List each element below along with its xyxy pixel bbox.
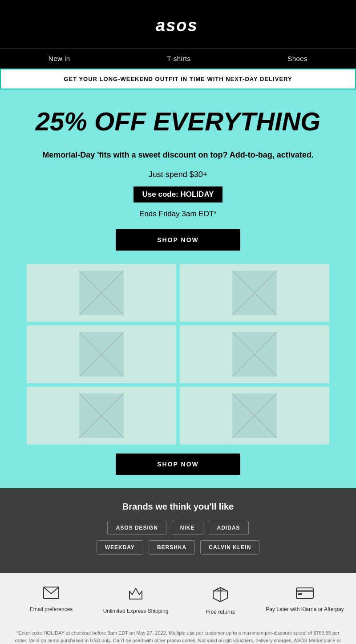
brand-weekday[interactable]: WEEKDAY [97, 540, 143, 555]
email-wrapper: asos New in T-shirts Shoes GET YOUR LONG… [0, 0, 356, 644]
delivery-banner[interactable]: GET YOUR LONG-WEEKEND OUTFIT IN TIME WIT… [0, 69, 356, 89]
email-header: asos New in T-shirts Shoes [0, 0, 356, 69]
footer-free-returns[interactable]: Free returns [178, 587, 263, 616]
brand-calvin-klein[interactable]: CALVIN KLEIN [200, 540, 259, 555]
footer-pay-later[interactable]: Pay Later with Klarna or Afterpay [263, 587, 347, 613]
shop-now-button-2[interactable]: SHOP NOW [116, 454, 240, 475]
footer-icons-row: Email preferences Unlimited Express Ship… [9, 587, 347, 616]
nav-tshirts[interactable]: T-shirts [167, 55, 190, 62]
email-preferences-label: Email preferences [9, 606, 93, 613]
card-icon [263, 587, 347, 602]
nav-shoes[interactable]: Shoes [287, 55, 307, 62]
asos-logo[interactable]: asos [0, 9, 356, 48]
product-grid [27, 264, 329, 445]
brands-row-2: WEEKDAY BERSHKA CALVIN KLEIN [18, 540, 338, 555]
promo-headline: 25% OFF EVERYTHING [27, 107, 329, 136]
product-image-3 [27, 325, 176, 383]
pay-later-label: Pay Later with Klarna or Afterpay [263, 606, 347, 613]
nav-new-in[interactable]: New in [49, 55, 70, 62]
brand-asos-design[interactable]: ASOS DESIGN [107, 521, 166, 535]
crown-icon [93, 587, 178, 604]
promo-code-box[interactable]: Use code: HOLIDAY [134, 186, 223, 203]
brand-adidas[interactable]: ADIDAS [209, 521, 249, 535]
brands-row-1: ASOS DESIGN NIKE ADIDAS [18, 521, 338, 535]
product-image-1 [27, 264, 176, 322]
promo-subtext: Memorial-Day 'fits with a sweet discount… [27, 149, 329, 161]
header-navigation: New in T-shirts Shoes [0, 48, 356, 69]
free-returns-label: Free returns [178, 608, 263, 616]
product-image-2 [180, 264, 329, 322]
brand-bershka[interactable]: BERSHKA [149, 540, 195, 555]
brands-section: Brands we think you'll like ASOS DESIGN … [0, 488, 356, 573]
brand-nike[interactable]: NIKE [172, 521, 203, 535]
footer-express-shipping[interactable]: Unlimited Express Shipping [93, 587, 178, 615]
promo-spend-text: Just spend $30+ [27, 170, 329, 179]
product-image-4 [180, 325, 329, 383]
footer-info-section: Email preferences Unlimited Express Ship… [0, 573, 356, 644]
delivery-banner-text: GET YOUR LONG-WEEKEND OUTFIT IN TIME WIT… [64, 76, 292, 82]
product-image-6 [180, 387, 329, 445]
unlimited-express-shipping-label: Unlimited Express Shipping [93, 608, 178, 615]
product-image-5 [27, 387, 176, 445]
svg-text:asos: asos [156, 16, 198, 35]
promo-section: 25% OFF EVERYTHING Memorial-Day 'fits wi… [0, 89, 356, 488]
envelope-icon [9, 587, 93, 602]
svg-marker-20 [129, 588, 142, 599]
promo-ends-text: Ends Friday 3am EDT* [27, 210, 329, 219]
brands-title: Brands we think you'll like [18, 502, 338, 512]
svg-rect-27 [298, 593, 302, 595]
terms-text: *Enter code HOLIDAY at checkout before 3… [9, 629, 347, 644]
shop-now-button-1[interactable]: SHOP NOW [116, 229, 240, 251]
footer-email-preferences[interactable]: Email preferences [9, 587, 93, 613]
box-icon [178, 587, 263, 605]
